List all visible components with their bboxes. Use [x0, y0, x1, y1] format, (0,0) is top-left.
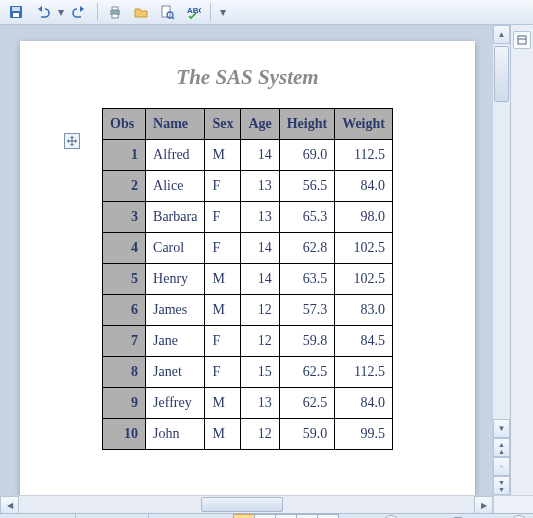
redo-button[interactable] — [68, 0, 92, 24]
cell-age: 13 — [241, 388, 279, 419]
column-header: Sex — [205, 109, 241, 140]
cell-obs: 10 — [103, 419, 146, 450]
outline-view-button[interactable] — [296, 514, 318, 518]
cell-obs: 1 — [103, 140, 146, 171]
cell-height: 69.0 — [279, 140, 334, 171]
table-row: 3BarbaraF1365.398.0 — [103, 202, 393, 233]
undo-dropdown-icon[interactable]: ▾ — [56, 5, 66, 19]
cell-name: Alice — [146, 171, 205, 202]
cell-obs: 6 — [103, 295, 146, 326]
data-table: ObsNameSexAgeHeightWeight 1AlfredM1469.0… — [102, 108, 393, 450]
cell-height: 62.5 — [279, 388, 334, 419]
svg-rect-5 — [112, 14, 118, 18]
draft-view-button[interactable] — [317, 514, 339, 518]
svg-rect-11 — [518, 36, 526, 44]
page-indicator[interactable]: Page: 1 of 2 — [0, 514, 76, 518]
cell-height: 63.5 — [279, 264, 334, 295]
page: The SAS System ObsNameSexAgeHeightWeight… — [20, 41, 475, 495]
quick-access-toolbar: ▾ ABC ▾ — [0, 0, 533, 25]
task-pane-rail — [510, 25, 533, 495]
cell-sex: F — [205, 357, 241, 388]
print-button[interactable] — [103, 0, 127, 24]
cell-obs: 8 — [103, 357, 146, 388]
cell-sex: M — [205, 295, 241, 326]
undo-button[interactable] — [30, 0, 54, 24]
cell-age: 12 — [241, 419, 279, 450]
cell-name: John — [146, 419, 205, 450]
cell-age: 14 — [241, 233, 279, 264]
column-header: Name — [146, 109, 205, 140]
save-button[interactable] — [4, 0, 28, 24]
cell-sex: F — [205, 171, 241, 202]
cell-name: Henry — [146, 264, 205, 295]
cell-weight: 84.0 — [335, 171, 393, 202]
page-title: The SAS System — [20, 65, 475, 90]
cell-height: 59.0 — [279, 419, 334, 450]
cell-height: 65.3 — [279, 202, 334, 233]
vertical-scrollbar[interactable]: ▲ ▼ ▲▲ ◦ ▼▼ — [492, 25, 510, 495]
cell-name: James — [146, 295, 205, 326]
prev-page-button[interactable]: ▲▲ — [493, 438, 510, 457]
table-row: 2AliceF1356.584.0 — [103, 171, 393, 202]
horizontal-scrollbar[interactable]: ◀ ▶ — [0, 495, 533, 513]
fullscreen-reading-view-button[interactable] — [254, 514, 276, 518]
table-row: 8JanetF1562.5112.5 — [103, 357, 393, 388]
column-header: Height — [279, 109, 334, 140]
next-page-button[interactable]: ▼▼ — [493, 476, 510, 495]
status-bar: Page: 1 of 2 Words: 193 100% − + — [0, 513, 533, 518]
cell-sex: F — [205, 233, 241, 264]
spellcheck-button[interactable]: ABC — [181, 0, 205, 24]
cell-age: 13 — [241, 171, 279, 202]
cell-weight: 112.5 — [335, 357, 393, 388]
svg-rect-2 — [13, 13, 19, 17]
print-layout-view-button[interactable] — [233, 514, 255, 518]
cell-name: Alfred — [146, 140, 205, 171]
word-count[interactable]: Words: 193 — [76, 514, 149, 518]
svg-rect-7 — [162, 6, 170, 17]
open-button[interactable] — [129, 0, 153, 24]
table-row: 9JeffreyM1362.584.0 — [103, 388, 393, 419]
table-anchor-icon[interactable] — [64, 133, 80, 149]
cell-age: 12 — [241, 295, 279, 326]
print-preview-button[interactable] — [155, 0, 179, 24]
svg-point-6 — [117, 11, 119, 13]
task-pane-button[interactable] — [513, 31, 531, 49]
cell-obs: 4 — [103, 233, 146, 264]
cell-sex: M — [205, 419, 241, 450]
cell-name: Jane — [146, 326, 205, 357]
cell-sex: M — [205, 264, 241, 295]
table-row: 5HenryM1463.5102.5 — [103, 264, 393, 295]
svg-rect-1 — [12, 7, 20, 11]
customize-qat-icon[interactable]: ▾ — [216, 5, 230, 19]
svg-line-9 — [172, 17, 174, 19]
cell-age: 15 — [241, 357, 279, 388]
table-row: 7JaneF1259.884.5 — [103, 326, 393, 357]
hscroll-track[interactable] — [19, 496, 474, 513]
cell-weight: 102.5 — [335, 264, 393, 295]
cell-sex: M — [205, 140, 241, 171]
scroll-thumb[interactable] — [494, 46, 509, 102]
table-row: 4CarolF1462.8102.5 — [103, 233, 393, 264]
cell-height: 59.8 — [279, 326, 334, 357]
browse-object-button[interactable]: ◦ — [493, 457, 510, 476]
hscroll-thumb[interactable] — [201, 497, 283, 512]
table-row: 6JamesM1257.383.0 — [103, 295, 393, 326]
cell-weight: 98.0 — [335, 202, 393, 233]
cell-age: 14 — [241, 264, 279, 295]
cell-weight: 112.5 — [335, 140, 393, 171]
scroll-track[interactable] — [493, 44, 510, 419]
cell-weight: 83.0 — [335, 295, 393, 326]
web-layout-view-button[interactable] — [275, 514, 297, 518]
cell-obs: 9 — [103, 388, 146, 419]
cell-height: 62.8 — [279, 233, 334, 264]
cell-name: Janet — [146, 357, 205, 388]
cell-height: 56.5 — [279, 171, 334, 202]
column-header: Weight — [335, 109, 393, 140]
scroll-down-button[interactable]: ▼ — [493, 419, 510, 438]
document-area: The SAS System ObsNameSexAgeHeightWeight… — [0, 25, 533, 495]
cell-obs: 3 — [103, 202, 146, 233]
svg-text:ABC: ABC — [187, 6, 201, 15]
cell-age: 13 — [241, 202, 279, 233]
cell-sex: F — [205, 202, 241, 233]
scroll-up-button[interactable]: ▲ — [493, 25, 510, 44]
